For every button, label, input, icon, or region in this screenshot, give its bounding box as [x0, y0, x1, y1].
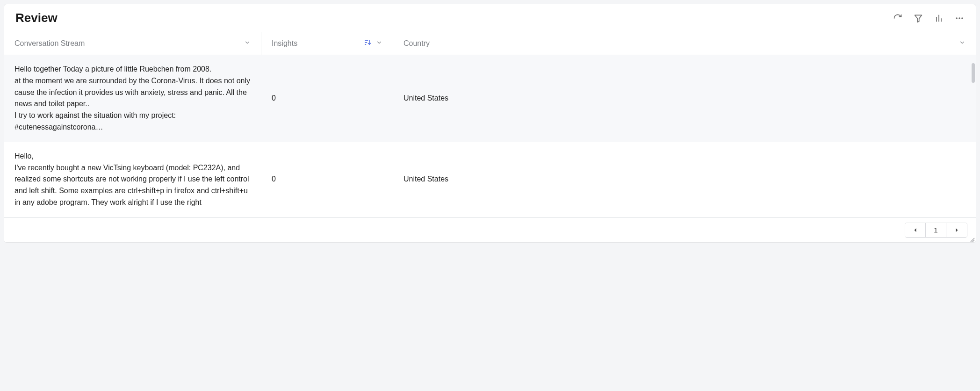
cell-conversation: Hello, I've recently bought a new VicTsi… [4, 142, 261, 217]
svg-point-4 [956, 17, 958, 19]
column-label: Conversation Stream [14, 39, 85, 48]
panel-footer: 1 [4, 217, 976, 242]
page-title: Review [15, 11, 58, 25]
resize-handle-icon[interactable] [969, 236, 975, 241]
table-body: Hello together Today a picture of little… [4, 55, 976, 217]
pager-page-number: 1 [926, 223, 946, 237]
column-headers: Conversation Stream Insights Country [4, 32, 976, 55]
pager-next-button[interactable] [946, 223, 967, 237]
chart-icon[interactable] [934, 13, 944, 23]
svg-line-12 [973, 240, 974, 242]
toolbar [893, 13, 965, 23]
svg-marker-0 [915, 15, 922, 22]
refresh-icon[interactable] [893, 13, 903, 23]
more-icon[interactable] [954, 13, 965, 23]
cell-conversation: Hello together Today a picture of little… [4, 55, 261, 142]
column-header-insights[interactable]: Insights [261, 32, 393, 55]
table-row[interactable]: Hello, I've recently bought a new VicTsi… [4, 142, 976, 217]
pager-prev-button[interactable] [905, 223, 926, 237]
chevron-down-icon[interactable] [376, 39, 382, 48]
svg-line-13 [971, 238, 974, 242]
cell-insights: 0 [261, 84, 393, 113]
cell-insights: 0 [261, 165, 393, 194]
svg-point-6 [961, 17, 963, 19]
review-panel: Review Conversation Stream [4, 4, 976, 243]
sort-icon[interactable] [364, 39, 371, 48]
cell-country: United States [393, 84, 976, 113]
chevron-down-icon[interactable] [959, 39, 966, 48]
column-label: Insights [272, 39, 297, 48]
chevron-down-icon[interactable] [244, 39, 251, 48]
scrollbar-thumb[interactable] [972, 63, 975, 83]
svg-marker-11 [956, 228, 958, 232]
svg-marker-10 [914, 228, 916, 232]
filter-icon[interactable] [913, 13, 923, 23]
column-header-conversation[interactable]: Conversation Stream [4, 32, 261, 55]
column-label: Country [404, 39, 430, 48]
svg-point-5 [958, 17, 960, 19]
panel-header: Review [4, 4, 976, 32]
column-header-country[interactable]: Country [393, 32, 976, 55]
pager: 1 [905, 223, 967, 238]
table-row[interactable]: Hello together Today a picture of little… [4, 55, 976, 142]
cell-country: United States [393, 165, 976, 194]
